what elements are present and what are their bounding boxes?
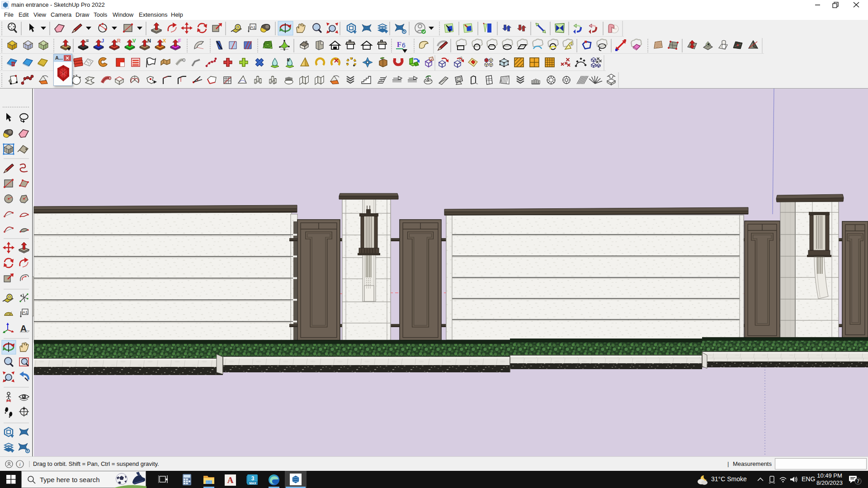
svg-text:MAX: MAX [249,482,256,485]
svg-text:i: i [19,461,20,467]
svg-text:3: 3 [251,475,255,482]
svg-text:7: 7 [857,479,859,484]
svg-text:A: A [227,475,234,485]
